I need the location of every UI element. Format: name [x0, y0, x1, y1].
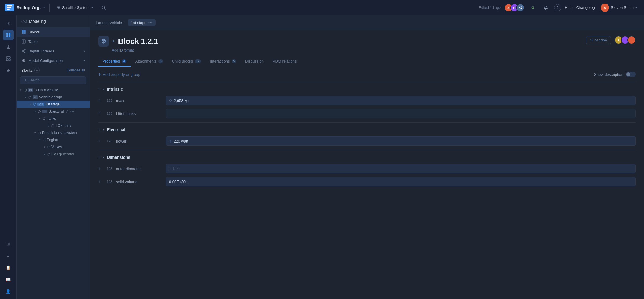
- tree-chevron-valves[interactable]: ▾: [43, 145, 46, 148]
- tree-chevron-1st-stage[interactable]: ▾: [28, 103, 32, 106]
- tree-item-structural[interactable]: ▾ ⬡ x3 Structural # •••: [17, 108, 90, 115]
- blocks-add-icon[interactable]: +: [34, 68, 40, 73]
- table-nav-icon: [21, 39, 26, 44]
- intrinsic-chevron[interactable]: ▾: [103, 88, 104, 91]
- mass-value-icon: ⊹: [169, 98, 172, 103]
- user-menu[interactable]: S Steven Smith ▾: [598, 2, 639, 13]
- tree-icon-tanks: ⬡: [43, 117, 46, 121]
- tree-dots-structural[interactable]: •••: [70, 109, 74, 113]
- icon-bar-tool4[interactable]: 📖: [3, 274, 14, 285]
- liftoff-mass-value[interactable]: [166, 109, 636, 118]
- tab-child-blocks[interactable]: Child Blocks 12: [168, 56, 205, 67]
- tree-chevron-launch-vehicle[interactable]: ▾: [19, 89, 22, 92]
- icon-bar-tool1[interactable]: ⊞: [3, 239, 14, 249]
- tree-item-launch-vehicle[interactable]: ▾ ⬡ x9 Launch vehicle: [17, 87, 90, 94]
- workspace-dropdown-icon[interactable]: ▾: [91, 6, 93, 9]
- recycle-button[interactable]: ♻: [528, 3, 537, 12]
- tree-item-engine[interactable]: ▾ ⬡ Engine: [17, 136, 90, 143]
- tree-item-valves[interactable]: ▾ ⬡ Valves: [17, 143, 90, 151]
- svg-rect-11: [24, 30, 25, 32]
- search-input[interactable]: [28, 78, 83, 82]
- power-value[interactable]: ⊹ 220 watt: [166, 136, 636, 146]
- group-electrical-header[interactable]: ⠿ ▾ Electrical: [98, 125, 636, 135]
- tree-item-tanks[interactable]: ▾ ⬡ Tanks: [17, 115, 90, 122]
- add-property-button[interactable]: + Add property or group: [98, 72, 140, 77]
- outer-diameter-type: 123: [105, 167, 114, 170]
- lox-arrow-icon: ↳: [47, 124, 50, 127]
- tree-label-1st-stage: 1st stage: [45, 102, 60, 106]
- solid-volume-value[interactable]: 0.00E+30 l: [166, 177, 636, 186]
- blocks-title-group: Blocks +: [21, 68, 40, 73]
- workspace-selector[interactable]: ▦ Satellite System ▾: [54, 4, 95, 11]
- icon-bar-tool3[interactable]: 📋: [3, 262, 14, 273]
- tree-chevron-tanks[interactable]: ▾: [38, 117, 41, 120]
- app-logo[interactable]: Rollup Org. ▾: [5, 4, 45, 11]
- layout-icon: [6, 56, 11, 61]
- show-description-row: Show description: [594, 72, 636, 77]
- icon-bar-download[interactable]: [3, 41, 14, 52]
- breadcrumb-options[interactable]: •••: [148, 20, 153, 25]
- collapse-all-button[interactable]: Collapse all: [67, 68, 85, 72]
- outer-diameter-value[interactable]: 1.1 m: [166, 164, 636, 173]
- sidebar-item-model-config[interactable]: ⚙ Model Configuration ▾: [17, 56, 90, 65]
- sidebar-blocks-label: Blocks: [28, 30, 40, 34]
- group-dimensions-header[interactable]: ⠿ ▾ Dimensions: [98, 153, 636, 162]
- intrinsic-group-name: Intrinsic: [107, 87, 123, 92]
- tab-properties[interactable]: Properties 4: [98, 56, 131, 67]
- sidebar-item-table[interactable]: Table: [17, 37, 90, 46]
- changelog-label[interactable]: Changelog: [576, 5, 595, 10]
- user-dropdown-icon: ▾: [635, 6, 637, 9]
- tree-chevron-propulsion[interactable]: ▾: [33, 131, 37, 134]
- tree-item-propulsion[interactable]: ▾ ⬡ Propulsion subsystem: [17, 129, 90, 136]
- electrical-chevron[interactable]: ▾: [103, 128, 104, 132]
- intrinsic-drag-handle: ⠿: [98, 87, 101, 91]
- mass-value-text: 2,658 kg: [174, 98, 189, 103]
- sidebar-back-icon[interactable]: ◁◁: [21, 19, 27, 23]
- tree-item-1st-stage[interactable]: ▾ ⬡ x11 1st stage: [17, 101, 90, 108]
- user-name: Steven Smith: [611, 5, 634, 10]
- icon-bar-home[interactable]: [3, 30, 14, 40]
- tab-interactions[interactable]: Interactions 5: [206, 56, 240, 67]
- app-dropdown-icon[interactable]: ▾: [43, 6, 45, 9]
- block-add-icon[interactable]: +: [112, 38, 115, 44]
- subscribe-button[interactable]: Subscribe: [586, 36, 611, 44]
- dimensions-chevron[interactable]: ▾: [103, 156, 104, 159]
- property-row-power: ⠿ 123 power ⊹ 220 watt: [98, 135, 636, 148]
- tab-pdm-relations[interactable]: PDM relations: [268, 56, 301, 67]
- tree-item-vehicle-design[interactable]: ▾ ⬡ x2 Vehicle design: [17, 94, 90, 101]
- collab-avatar-c: [627, 36, 636, 44]
- notification-button[interactable]: [541, 3, 550, 12]
- help-label[interactable]: Help: [565, 5, 573, 10]
- mass-value[interactable]: ⊹ 2,658 kg: [166, 96, 636, 105]
- tab-discussion[interactable]: Discussion: [241, 56, 268, 67]
- tree-chevron-gas-generator[interactable]: ▾: [43, 153, 46, 156]
- sidebar-item-blocks[interactable]: Blocks: [17, 27, 90, 37]
- sidebar-item-digital-threads[interactable]: Digital Threads ▾: [17, 46, 90, 56]
- show-description-toggle[interactable]: [626, 72, 636, 77]
- tree-chevron-structural[interactable]: ▾: [33, 110, 37, 113]
- sidebar-model-config-label: Model Configuration: [28, 58, 63, 63]
- tree-label-tanks: Tanks: [47, 116, 56, 121]
- add-id-format-link[interactable]: Add ID format: [112, 48, 158, 52]
- tree-item-lox-tank[interactable]: ↳ ⬡ LOX Tank: [17, 122, 90, 129]
- icon-bar-tool2[interactable]: ≡: [3, 250, 14, 261]
- icon-bar-layout[interactable]: [3, 53, 14, 64]
- icon-bar-collapse[interactable]: ≪: [3, 18, 14, 28]
- tree-badge-launch-vehicle: x9: [28, 88, 33, 92]
- tab-attachments[interactable]: Attachments 8: [131, 56, 167, 67]
- help-icon-btn[interactable]: ?: [554, 4, 561, 11]
- icon-bar-tool5[interactable]: 👤: [3, 286, 14, 297]
- breadcrumb-current-label: 1st stage: [131, 20, 146, 25]
- tree-chevron-engine[interactable]: ▾: [38, 138, 41, 141]
- search-button[interactable]: [99, 3, 108, 12]
- group-intrinsic-header[interactable]: ⠿ ▾ Intrinsic: [98, 84, 636, 94]
- tree-chevron-vehicle-design[interactable]: ▾: [24, 96, 27, 99]
- solid-volume-type: 123: [105, 180, 114, 183]
- edited-timestamp: Edited 1d ago: [479, 6, 501, 10]
- dimensions-group-name: Dimensions: [107, 155, 130, 160]
- tree-item-gas-generator[interactable]: ▾ ⬡ Gas generator: [17, 151, 90, 158]
- breadcrumb-parent[interactable]: Launch Vehicle: [96, 20, 122, 25]
- power-name: power: [116, 139, 163, 143]
- tab-properties-label: Properties: [102, 59, 120, 63]
- icon-bar-star[interactable]: ★: [3, 65, 14, 76]
